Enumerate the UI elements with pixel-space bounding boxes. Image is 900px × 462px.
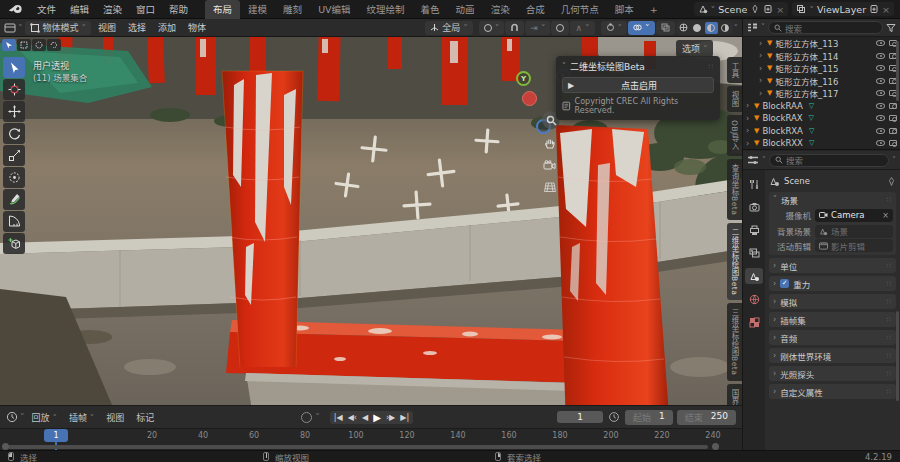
workspace-tab-shading[interactable]: 着色 <box>413 0 448 19</box>
camera-view-icon[interactable] <box>542 158 557 173</box>
properties-options-icon[interactable]: ˅ <box>892 156 896 165</box>
new-scene-icon[interactable] <box>763 4 773 14</box>
tool-select-box[interactable] <box>3 57 25 78</box>
hide-viewport-icon[interactable] <box>876 90 885 96</box>
timeline-scroll-knob-left[interactable] <box>2 443 9 450</box>
workspace-tab-scripting[interactable]: 脚本 <box>607 0 642 19</box>
use-preview-range-icon[interactable] <box>608 411 620 423</box>
hide-viewport-icon[interactable] <box>876 103 885 109</box>
properties-editor-icon[interactable] <box>747 155 759 165</box>
current-frame-field[interactable]: 1 <box>557 411 603 423</box>
gizmo-axis-y[interactable]: Y <box>516 71 531 86</box>
workspace-tab-compositing[interactable]: 合成 <box>518 0 553 19</box>
disable-render-icon[interactable] <box>889 128 897 134</box>
pin-icon[interactable] <box>750 4 760 14</box>
workspace-tab-sculpt[interactable]: 雕刻 <box>275 0 310 19</box>
breadcrumb-scene[interactable]: Scene <box>784 176 810 186</box>
tool-measure[interactable] <box>3 211 25 232</box>
menu-view[interactable]: 视图 <box>93 21 121 34</box>
remove-viewlayer-icon[interactable]: × <box>882 4 890 15</box>
outliner-row[interactable]: ›▼矩形立方体_116 <box>743 75 900 88</box>
tool-cursor[interactable] <box>3 79 25 100</box>
orthographic-grid-icon[interactable] <box>542 180 557 195</box>
panel-gravity[interactable]: ›✓重力∷ <box>769 276 896 291</box>
shading-rendered-button[interactable] <box>719 22 732 34</box>
menu-playback[interactable]: 回放 ˅ <box>27 411 62 424</box>
background-scene-field[interactable]: 场景 <box>815 225 893 238</box>
panel-audio[interactable]: ›音频∷ <box>769 330 896 345</box>
timeline-editor-icon[interactable] <box>6 411 18 423</box>
unlink-scene-icon[interactable]: × <box>776 4 784 15</box>
hide-viewport-icon[interactable] <box>876 78 885 84</box>
select-mode-circle-button[interactable] <box>32 39 46 51</box>
timeline-scrollbar[interactable] <box>8 445 708 449</box>
shading-material-button[interactable] <box>705 22 718 34</box>
panel-light-probes[interactable]: ›光照探头∷ <box>769 366 896 381</box>
tool-rotate[interactable] <box>3 123 25 144</box>
sidebar-tab-boundary-annotate[interactable]: 国界标注 <box>727 384 742 405</box>
panel-rigid-body-world[interactable]: ›刚体世界环境∷ <box>769 348 896 363</box>
select-mode-box-button[interactable] <box>17 39 31 51</box>
hide-viewport-icon[interactable] <box>876 128 885 134</box>
frame-end-field[interactable]: 结束250 <box>677 410 736 425</box>
plugin-grip-icon[interactable]: ∷ <box>709 63 714 71</box>
tab-tool[interactable] <box>745 176 763 192</box>
tab-texture[interactable] <box>745 314 763 330</box>
outliner-row[interactable]: ›▼矩形立方体_117 <box>743 87 900 100</box>
shading-wireframe-button[interactable] <box>677 22 690 34</box>
outliner-row[interactable]: ›▼BlockRAX▽ <box>743 112 900 125</box>
gravity-checkbox[interactable]: ✓ <box>780 279 789 288</box>
sidebar-tab-query-coords[interactable]: 查询坐标Beta <box>727 159 742 220</box>
outliner-search-input[interactable]: 搜索 <box>768 21 883 34</box>
new-viewlayer-icon[interactable] <box>869 4 879 14</box>
menu-object[interactable]: 物体 <box>183 21 211 34</box>
tab-output[interactable] <box>745 222 763 238</box>
shading-solid-button[interactable] <box>691 22 704 34</box>
tool-scale[interactable] <box>3 145 25 166</box>
hide-viewport-icon[interactable] <box>876 115 885 121</box>
outliner-row[interactable]: ›▼矩形立方体_114 <box>743 50 900 63</box>
sidebar-tab-view[interactable]: 视图 <box>727 86 742 112</box>
timeline-scroll-knob-right[interactable] <box>712 443 719 450</box>
workspace-tab-layout[interactable]: 布局 <box>205 0 240 19</box>
sidebar-tab-3d-coords[interactable]: 三维坐标绘图Beta <box>727 303 742 380</box>
next-keyframe-button[interactable]: ›▶ <box>386 413 395 422</box>
scene-selector[interactable]: ˅ Scene × <box>694 2 789 16</box>
proportional-edit-toggle[interactable] <box>551 21 569 35</box>
outliner-row[interactable]: ›▼矩形立方体_115 <box>743 62 900 75</box>
tab-scene[interactable] <box>745 268 763 284</box>
select-mode-tweak-button[interactable] <box>2 39 16 51</box>
tool-add-primitive[interactable] <box>3 233 25 254</box>
prev-keyframe-button[interactable]: ◀‹ <box>348 413 357 422</box>
panel-custom-properties[interactable]: ›自定义属性∷ <box>769 384 896 399</box>
tool-transform[interactable] <box>3 167 25 188</box>
snap-toggle[interactable] <box>505 21 524 35</box>
properties-search-input[interactable]: 搜索 <box>769 154 889 167</box>
tab-view-layer[interactable] <box>745 245 763 261</box>
snap-target-selector[interactable]: ⇥˅ <box>525 21 550 35</box>
hide-viewport-icon[interactable] <box>876 53 885 59</box>
proportional-falloff-selector[interactable]: ∧˅ <box>570 21 594 35</box>
transform-orientation-selector[interactable]: 全局˅ <box>425 21 473 35</box>
playhead[interactable]: 1 <box>44 429 68 442</box>
scene-panel-header[interactable]: ˅场景∷ <box>769 192 896 207</box>
outliner-row[interactable]: ›▼BlockRXX▽ <box>743 137 900 150</box>
pivot-point-selector[interactable]: ˅ <box>479 21 505 35</box>
menu-help[interactable]: 帮助 <box>162 2 195 16</box>
overlays-selector[interactable]: ˅ <box>628 21 655 35</box>
menu-timeline-view[interactable]: 视图 <box>101 411 129 424</box>
autokey-record-button[interactable] <box>301 412 312 423</box>
sidebar-tab-obj-import[interactable]: OBJ导入 <box>727 115 742 156</box>
outliner-row[interactable]: ›▼BlockRAA▽ <box>743 100 900 113</box>
options-dropdown[interactable]: 选项 ˅ <box>676 40 713 57</box>
add-workspace-button[interactable]: + <box>642 0 666 19</box>
show-gizmo-selector[interactable]: ˅ <box>601 21 628 35</box>
panel-keying-sets[interactable]: ›插帧集∷ <box>769 312 896 327</box>
menu-file[interactable]: 文件 <box>30 2 63 16</box>
plugin-enable-button[interactable]: ▶ 点击启用 <box>562 77 714 93</box>
panel-units[interactable]: ›单位∷ <box>769 258 896 273</box>
viewport-canvas[interactable]: 用户透视 (11) 场景集合 选项 ˅ Y X <box>0 37 742 405</box>
outliner-scrollbar[interactable] <box>896 41 899 101</box>
tab-world[interactable] <box>745 291 763 307</box>
xray-toggle[interactable] <box>656 21 675 35</box>
